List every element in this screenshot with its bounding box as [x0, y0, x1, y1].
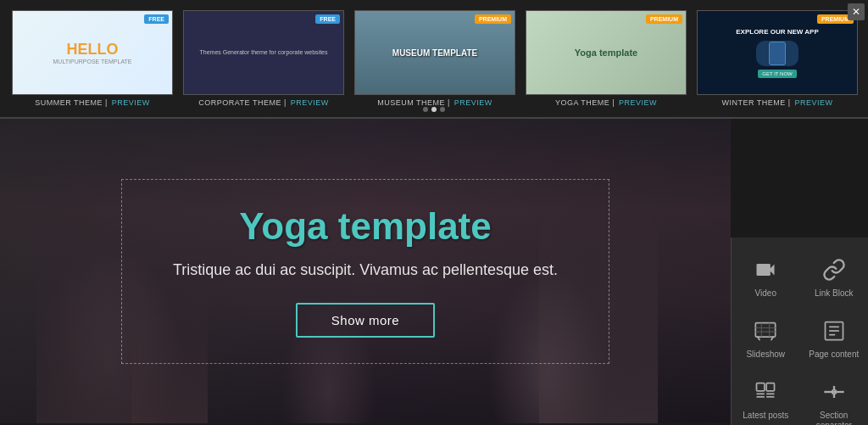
svg-rect-5 [757, 383, 765, 391]
theme-item-museum[interactable]: MUSEUM TEMPLATE PREMIUM MUSEUM THEME | P… [354, 10, 515, 107]
summer-label: SUMMER THEME | PREVIEW [12, 98, 173, 107]
theme-item-yoga[interactable]: Yoga template PREMIUM YOGA THEME | PREVI… [526, 10, 687, 107]
dot-2 [431, 107, 437, 112]
corporate-text: Themes Generator theme for corporate web… [200, 48, 328, 57]
museum-thumb: MUSEUM TEMPLATE PREMIUM [354, 10, 515, 95]
page-content-icon [819, 316, 849, 346]
yoga-preview-link[interactable]: PREVIEW [619, 98, 657, 107]
corporate-label: CORPORATE THEME | PREVIEW [183, 98, 344, 107]
yoga-subtitle: Tristique ac dui ac suscipit. Vivamus ac… [173, 261, 558, 279]
museum-text: MUSEUM TEMPLATE [392, 48, 477, 58]
show-more-button[interactable]: Show more [296, 303, 435, 338]
yoga-thumb: Yoga template PREMIUM [526, 10, 687, 95]
slideshow-icon [750, 316, 781, 346]
theme-bar: HELLO MULTIPURPOSE TEMPLATE FREE SUMMER … [0, 0, 868, 119]
sidebar-item-section-separator[interactable]: Section separator [800, 368, 869, 425]
theme-item-summer[interactable]: HELLO MULTIPURPOSE TEMPLATE FREE SUMMER … [12, 10, 173, 107]
link-block-icon [819, 254, 849, 285]
corporate-badge: FREE [315, 14, 340, 24]
latest-posts-icon [750, 377, 781, 407]
slideshow-label: Slideshow [746, 350, 785, 360]
summer-preview-link[interactable]: PREVIEW [112, 98, 150, 107]
video-icon [750, 254, 781, 285]
theme-item-winter[interactable]: EXPLORE OUR NEW APP GET IT NOW PREMIUM W… [697, 10, 858, 107]
latest-posts-label: Latest posts [743, 411, 788, 421]
summer-badge: FREE [144, 14, 169, 24]
sidebar-item-video[interactable]: Video [732, 246, 800, 307]
section-separator-icon [819, 377, 849, 407]
winter-preview-link[interactable]: PREVIEW [795, 98, 833, 107]
sidebar-row-posts-separator: Latest posts Section separator [732, 368, 868, 425]
corporate-thumb: Themes Generator theme for corporate web… [183, 10, 344, 95]
page-content-label: Page content [809, 350, 859, 360]
sidebar-item-page-content[interactable]: Page content [800, 307, 869, 368]
sidebar-item-link-block[interactable]: Link Block [800, 246, 869, 307]
summer-thumb: HELLO MULTIPURPOSE TEMPLATE FREE [12, 10, 173, 95]
link-block-label: Link Block [815, 288, 854, 299]
winter-thumb: EXPLORE OUR NEW APP GET IT NOW PREMIUM [697, 10, 858, 95]
corporate-preview-link[interactable]: PREVIEW [291, 98, 329, 107]
sidebar-item-slideshow[interactable]: Slideshow [732, 307, 800, 368]
svg-rect-0 [756, 323, 776, 337]
museum-badge: PREMIUM [475, 14, 511, 24]
slider-dots [423, 107, 445, 112]
main-preview-area: Yoga template Tristique ac dui ac suscip… [0, 119, 731, 423]
yoga-label: YOGA THEME | PREVIEW [526, 98, 687, 107]
dot-1 [423, 107, 428, 112]
svg-rect-6 [766, 383, 774, 391]
yoga-title: Yoga template [173, 205, 558, 248]
section-separator-label: Section separator [804, 411, 865, 425]
sidebar-row-slideshow-page: Slideshow Page content [732, 307, 868, 368]
dot-3 [440, 107, 445, 112]
summer-sub: MULTIPURPOSE TEMPLATE [53, 59, 132, 64]
theme-item-corporate[interactable]: Themes Generator theme for corporate web… [183, 10, 344, 107]
summer-hello: HELLO [67, 41, 119, 59]
content-box: Yoga template Tristique ac dui ac suscip… [121, 179, 609, 364]
right-sidebar: Video Link Block [731, 238, 868, 425]
yoga-badge: PREMIUM [646, 14, 682, 24]
sidebar-row-video-link: Video Link Block [732, 246, 868, 307]
winter-text: EXPLORE OUR NEW APP [736, 27, 819, 36]
yoga-text: Yoga template [575, 48, 637, 58]
video-label: Video [755, 288, 776, 299]
winter-label: WINTER THEME | PREVIEW [697, 98, 858, 107]
close-button[interactable]: ✕ [848, 3, 865, 20]
museum-preview-link[interactable]: PREVIEW [454, 98, 492, 107]
sidebar-item-latest-posts[interactable]: Latest posts [732, 368, 800, 425]
yoga-background: Yoga template Tristique ac dui ac suscip… [0, 119, 731, 423]
museum-label: MUSEUM THEME | PREVIEW [354, 98, 515, 107]
